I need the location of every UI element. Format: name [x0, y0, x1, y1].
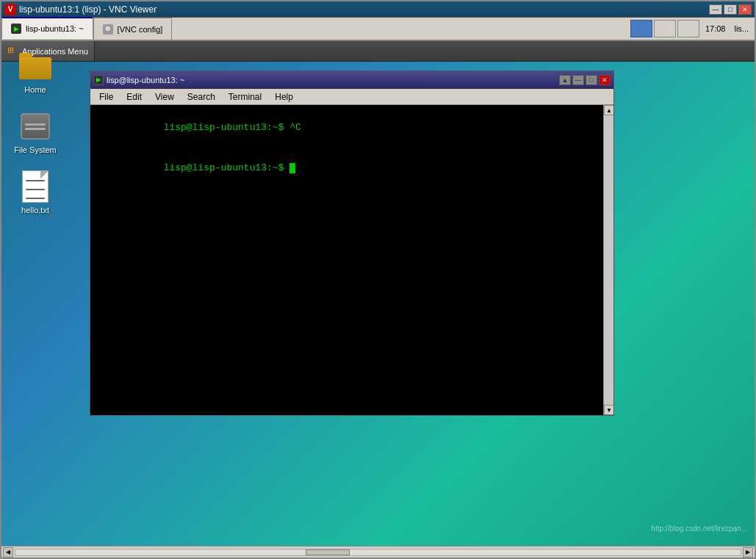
- terminal-up-button[interactable]: ▲: [559, 75, 571, 85]
- vnc-ctrl-button1[interactable]: [654, 20, 676, 37]
- terminal-cursor: [289, 163, 295, 173]
- drive-line1: [25, 123, 46, 126]
- terminal-menu-edit[interactable]: Edit: [120, 90, 148, 104]
- desktop-area: ⊞ Applications Menu Home: [1, 41, 755, 546]
- h-scroll-right-button[interactable]: ▶: [743, 547, 753, 558]
- terminal-menu-view[interactable]: View: [149, 90, 180, 104]
- terminal-window: ▶ lisp@lisp-ubuntu13: ~ ▲ — □ ✕ File Edi…: [90, 71, 614, 416]
- vnc-window-controls: — □ ✕: [709, 4, 752, 15]
- terminal-window-controls: ▲ — □ ✕: [559, 75, 611, 85]
- vnc-close-button[interactable]: ✕: [738, 4, 752, 15]
- txt-line1: [26, 180, 45, 181]
- config-tab-label: [VNC config]: [118, 25, 163, 34]
- home-icon-label: Home: [24, 85, 46, 94]
- terminal-line-2: lisp@lisp-ubuntu13:~$: [95, 148, 599, 189]
- vnc-clock: 17:08: [701, 24, 730, 33]
- terminal-body: lisp@lisp-ubuntu13:~$ ^C lisp@lisp-ubunt…: [90, 105, 613, 415]
- terminal-menu-help[interactable]: Help: [269, 90, 299, 104]
- terminal-minimize-button[interactable]: —: [572, 75, 584, 85]
- terminal-menu-file[interactable]: File: [93, 90, 119, 104]
- vnc-horizontal-scrollbar[interactable]: ◀ ▶: [1, 546, 755, 558]
- vnc-username: lis...: [731, 24, 752, 33]
- folder-graphic: [19, 53, 51, 79]
- scroll-down-button[interactable]: ▼: [604, 405, 613, 415]
- vnc-minimize-button[interactable]: —: [709, 4, 722, 15]
- home-icon-item[interactable]: Home: [9, 48, 62, 94]
- scroll-up-button[interactable]: ▲: [604, 105, 613, 115]
- terminal-title-text: lisp@lisp-ubuntu13: ~: [107, 76, 184, 84]
- terminal-menu-search[interactable]: Search: [181, 90, 221, 104]
- vnc-ctrl-button2[interactable]: [677, 20, 699, 37]
- txt-line2: [26, 189, 45, 190]
- terminal-line-1: lisp@lisp-ubuntu13:~$ ^C: [95, 108, 599, 148]
- vnc-toolbar: ▶ lisp-ubuntu13: ~ ⚙ [VNC config] 17:08 …: [1, 18, 755, 41]
- drive-line2: [25, 128, 46, 130]
- vnc-maximize-button[interactable]: □: [724, 4, 737, 15]
- terminal-cmd-2: [284, 162, 289, 173]
- vnc-right-controls: 17:08 lis...: [630, 20, 755, 37]
- txt-corner: [40, 171, 48, 178]
- drive-body: [21, 113, 50, 140]
- terminal-maximize-button[interactable]: □: [586, 75, 597, 85]
- hellotxt-icon-label: hello.txt: [21, 206, 49, 214]
- drive-graphic: [19, 110, 51, 143]
- config-tab-icon: ⚙: [103, 24, 113, 35]
- filesystem-icon-label: File System: [14, 145, 56, 154]
- terminal-prompt-2: lisp@lisp-ubuntu13:~$: [164, 162, 284, 173]
- home-icon-image: [18, 48, 53, 84]
- vnc-viewer-window: V lisp-ubuntu13:1 (lisp) - VNC Viewer — …: [0, 0, 756, 559]
- terminal-small-icon: ▶: [93, 75, 104, 85]
- vnc-window-title: lisp-ubuntu13:1 (lisp) - VNC Viewer: [19, 4, 156, 15]
- desktop-taskbar: ⊞ Applications Menu: [1, 41, 755, 62]
- filesystem-icon-image: [18, 109, 53, 144]
- vnc-tab-config[interactable]: ⚙ [VNC config]: [93, 18, 173, 40]
- hellotxt-icon-item[interactable]: hello.txt: [9, 169, 62, 214]
- terminal-scrollbar[interactable]: ▲ ▼: [603, 105, 613, 415]
- terminal-menu-terminal[interactable]: Terminal: [223, 90, 267, 104]
- desktop-icons-container: Home File System: [9, 48, 62, 214]
- vnc-monitor-button[interactable]: [630, 20, 652, 37]
- terminal-prompt-1: lisp@lisp-ubuntu13:~$: [164, 122, 284, 133]
- folder-body: [19, 57, 51, 79]
- txt-file-graphic: [22, 170, 48, 203]
- url-hint: http://blog.csdn.net/lirezpan...: [651, 524, 747, 533]
- terminal-titlebar: ▶ lisp@lisp-ubuntu13: ~ ▲ — □ ✕: [90, 71, 613, 89]
- filesystem-icon-item[interactable]: File System: [9, 109, 62, 154]
- terminal-tab-label: lisp-ubuntu13: ~: [26, 24, 84, 33]
- vnc-app-icon: V: [4, 4, 16, 15]
- terminal-tab-icon: ▶: [11, 24, 21, 34]
- terminal-menubar: File Edit View Search Terminal Help: [90, 89, 613, 105]
- terminal-title-area: ▶ lisp@lisp-ubuntu13: ~: [93, 75, 184, 85]
- terminal-content[interactable]: lisp@lisp-ubuntu13:~$ ^C lisp@lisp-ubunt…: [90, 105, 603, 415]
- terminal-cmd-1: ^C: [284, 122, 300, 133]
- h-scroll-thumb[interactable]: [306, 549, 350, 555]
- h-scroll-left-button[interactable]: ◀: [3, 547, 13, 558]
- vnc-title-left: V lisp-ubuntu13:1 (lisp) - VNC Viewer: [4, 4, 156, 15]
- vnc-titlebar: V lisp-ubuntu13:1 (lisp) - VNC Viewer — …: [1, 1, 755, 18]
- txt-line3: [26, 198, 45, 199]
- scroll-track[interactable]: [604, 115, 613, 405]
- hellotxt-icon-image: [18, 169, 53, 204]
- h-scroll-track[interactable]: [15, 549, 741, 556]
- terminal-close-button[interactable]: ✕: [599, 75, 611, 85]
- vnc-tab-terminal[interactable]: ▶ lisp-ubuntu13: ~: [1, 17, 93, 39]
